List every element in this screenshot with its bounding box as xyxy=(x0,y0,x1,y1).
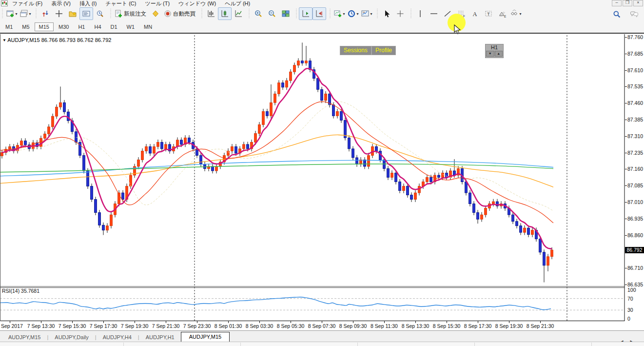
menu-item-3[interactable]: チャート (C) xyxy=(101,0,140,6)
menu-item-2[interactable]: 挿入 (I) xyxy=(75,0,101,6)
zoom-out-button[interactable] xyxy=(265,7,279,20)
templates-button[interactable]: ▾ xyxy=(360,7,373,20)
dropdown-arrow-icon[interactable]: ▾ xyxy=(15,12,17,16)
dropdown-arrow-icon[interactable]: ▾ xyxy=(343,12,345,16)
minimize-button[interactable]: – xyxy=(612,0,622,6)
timeframe-m15-button[interactable]: M15 xyxy=(35,22,54,31)
rsi-axis-label: 70 xyxy=(627,296,633,302)
price-chart[interactable] xyxy=(0,34,625,321)
toolbar-group-1 xyxy=(34,7,108,20)
search-button[interactable] xyxy=(610,8,624,20)
price-tick xyxy=(625,153,627,153)
toolbar-group-5 xyxy=(294,7,328,20)
menu-item-1[interactable]: 表示 (V) xyxy=(47,0,75,6)
vertical-line-button[interactable] xyxy=(413,7,427,20)
auto-trading-button[interactable]: 自動売買 xyxy=(162,7,198,20)
periods-button[interactable]: ▾ xyxy=(346,7,360,20)
dropdown-arrow-icon[interactable]: ▾ xyxy=(370,12,372,16)
chart-tab-1[interactable]: AUDJPY,Daily xyxy=(48,333,95,342)
auto-trading-label: 自動売買 xyxy=(173,10,195,18)
auto-scroll-icon xyxy=(301,9,310,18)
cursor-button[interactable] xyxy=(380,7,393,20)
timeframe-m30-button[interactable]: M30 xyxy=(54,22,73,31)
strategy-tester-button[interactable] xyxy=(93,7,107,20)
cursor-icon xyxy=(382,9,391,18)
candlestick-chart-icon xyxy=(220,9,229,18)
price-tick xyxy=(625,268,627,268)
svg-text:T: T xyxy=(487,12,490,17)
timeframe-m5-button[interactable]: M5 xyxy=(18,22,34,31)
menu-item-0[interactable]: ファイル (F) xyxy=(8,0,47,6)
terminal-button[interactable] xyxy=(79,7,93,20)
price-axis-label: 87.310 xyxy=(627,133,643,139)
new-chart-button[interactable]: ▾ xyxy=(5,7,19,20)
chat-button[interactable] xyxy=(627,8,641,20)
timeframe-d1-button[interactable]: D1 xyxy=(106,22,122,31)
bar-chart-button[interactable] xyxy=(204,7,218,20)
price-axis-label: 87.685 xyxy=(627,51,643,57)
profiles-button[interactable]: ▾ xyxy=(19,7,32,20)
price-axis-label: 87.010 xyxy=(627,199,643,205)
profile-button[interactable]: Profile xyxy=(371,46,396,55)
new-order-button[interactable]: 新規注文 xyxy=(113,7,149,20)
navigator-button[interactable] xyxy=(66,7,79,20)
candlestick-chart-button[interactable] xyxy=(218,7,232,20)
price-axis-label: 86.935 xyxy=(627,216,643,222)
status-cell-divider xyxy=(123,343,124,346)
market-watch-button[interactable] xyxy=(39,7,52,20)
shapes-button[interactable]: E xyxy=(495,7,509,20)
rsi-axis-label: 30 xyxy=(627,307,633,313)
time-axis: 7 Sep 20177 Sep 13:307 Sep 15:307 Sep 17… xyxy=(0,321,625,331)
dropdown-arrow-icon[interactable]: ▾ xyxy=(356,12,358,16)
dropdown-arrow-icon[interactable]: ▾ xyxy=(519,12,521,16)
text-label-icon: T xyxy=(484,9,493,18)
metaeditor-button[interactable] xyxy=(149,7,162,20)
auto-scroll-button[interactable] xyxy=(299,7,312,20)
cycle-lines-button[interactable]: ▾ xyxy=(509,7,523,20)
crosshair-button[interactable] xyxy=(393,7,407,20)
price-tick xyxy=(625,219,627,219)
indicators-button[interactable]: ▾ xyxy=(332,7,346,20)
menu-item-6[interactable]: ヘルプ (H) xyxy=(220,0,254,6)
zoom-in-icon xyxy=(254,9,263,18)
price-tick xyxy=(625,235,627,236)
data-window-button[interactable] xyxy=(52,7,66,20)
chart-tab-2[interactable]: AUDJPY,H4 xyxy=(97,333,138,342)
stepper-down-button[interactable]: ▼ xyxy=(486,51,494,57)
market-watch-icon xyxy=(41,9,50,18)
text-label-button[interactable]: T xyxy=(482,7,495,20)
status-cell-divider xyxy=(357,343,358,346)
line-chart-icon xyxy=(234,9,243,18)
chart-menu-marker[interactable]: ▼ xyxy=(2,38,7,42)
sessions-button[interactable]: Sessions xyxy=(340,46,371,55)
chart-tab-3[interactable]: AUDJPY,H1 xyxy=(139,333,181,342)
chart-tab-4[interactable]: AUDJPY,M15 xyxy=(181,332,230,343)
price-axis-label: 87.535 xyxy=(627,83,643,89)
timeframe-m1-button[interactable]: M1 xyxy=(1,22,17,31)
toolbar-group-4 xyxy=(247,7,294,20)
text-button[interactable]: A xyxy=(468,7,482,20)
line-chart-button[interactable] xyxy=(232,7,245,20)
timeframe-h1-button[interactable]: H1 xyxy=(74,22,89,31)
app-icon xyxy=(1,0,8,6)
tile-windows-button[interactable] xyxy=(279,7,293,20)
horizontal-line-button[interactable] xyxy=(427,7,441,20)
menu-item-4[interactable]: ツール (T) xyxy=(140,0,174,6)
chart-tab-0[interactable]: AUDJPY,M15 xyxy=(2,333,47,342)
current-price-badge: 86.792 xyxy=(625,247,644,253)
price-axis-label: 86.710 xyxy=(627,265,643,271)
data-window-icon xyxy=(55,9,63,18)
chart-window: 87.76087.68587.61087.53587.46087.38587.3… xyxy=(0,33,644,331)
menu-item-5[interactable]: ウィンドウ (W) xyxy=(174,0,220,6)
time-axis-label: 8 Sep 21:30 xyxy=(522,323,559,329)
zoom-in-button[interactable] xyxy=(252,7,265,20)
timeframe-h4-button[interactable]: H4 xyxy=(90,22,105,31)
timeframe-mn-button[interactable]: MN xyxy=(139,22,156,31)
restore-button[interactable]: ❐ xyxy=(623,0,632,6)
stepper-up-button[interactable]: ▲ xyxy=(495,51,503,57)
close-button[interactable]: × xyxy=(633,0,643,6)
price-tick xyxy=(625,103,627,103)
dropdown-arrow-icon[interactable]: ▾ xyxy=(29,12,31,16)
chart-shift-button[interactable] xyxy=(312,7,326,20)
timeframe-w1-button[interactable]: W1 xyxy=(122,22,139,31)
